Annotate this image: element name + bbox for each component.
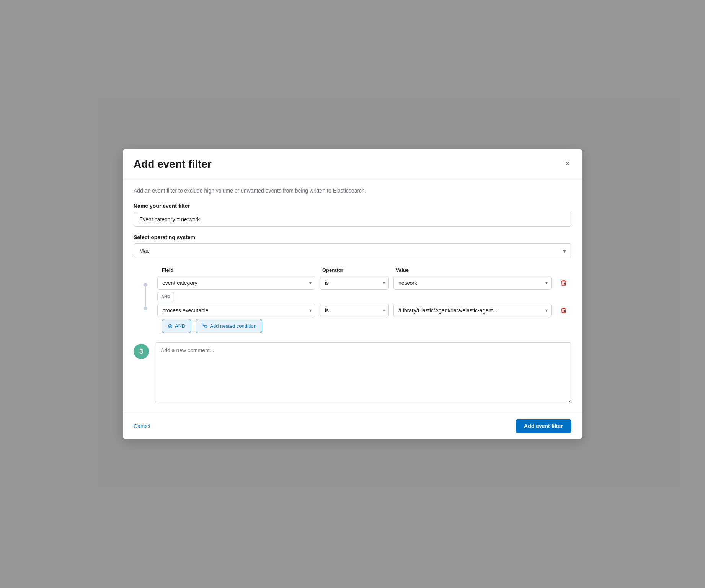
step-3-badge: 3: [134, 344, 149, 359]
conditions-section: Field Operator Value: [134, 267, 571, 333]
and-badge-mid: AND: [157, 292, 174, 301]
dot-bottom: [144, 307, 147, 310]
add-nested-label: Add nested condition: [210, 323, 256, 329]
os-select[interactable]: Mac Windows Linux: [134, 243, 571, 258]
col-header-value: Value: [396, 267, 552, 273]
name-field-group: Name your event filter: [134, 203, 571, 234]
value-select-1[interactable]: network: [393, 276, 552, 290]
nested-icon: [201, 322, 207, 330]
trash-icon-1: [560, 279, 567, 286]
comment-textarea[interactable]: [155, 342, 571, 403]
delete-row-1-button[interactable]: [556, 277, 571, 289]
value-select-wrap-1: network ▾: [393, 276, 552, 290]
modal-overlay: Add event filter × Add an event filter t…: [0, 0, 705, 588]
name-label: Name your event filter: [134, 203, 571, 209]
operator-select-1[interactable]: is: [320, 276, 389, 290]
conditions-rows-area: event.category ▾ is ▾: [134, 276, 571, 317]
field-select-2[interactable]: process.executable: [157, 304, 315, 317]
col-header-field: Field: [162, 267, 318, 273]
value-select-2[interactable]: /Library/Elastic/Agent/data/elastic-agen…: [393, 304, 552, 317]
comment-section: 3: [134, 342, 571, 403]
submit-button[interactable]: Add event filter: [516, 419, 571, 433]
os-label: Select operating system: [134, 234, 571, 240]
operator-select-2[interactable]: is: [320, 304, 389, 317]
field-select-1[interactable]: event.category: [157, 276, 315, 290]
trash-icon-2: [560, 307, 567, 314]
operator-select-wrap-2: is ▾: [320, 304, 389, 317]
conditions-col-headers: Field Operator Value: [134, 267, 571, 273]
operator-select-wrap-1: is ▾: [320, 276, 389, 290]
modal-body: Add an event filter to exclude high volu…: [123, 178, 582, 413]
vert-line: [145, 287, 146, 307]
add-and-label: AND: [175, 323, 185, 329]
modal: Add event filter × Add an event filter t…: [123, 149, 582, 439]
os-field-group: Select operating system Mac Windows Linu…: [134, 234, 571, 258]
dot-top: [144, 283, 147, 287]
modal-title: Add event filter: [134, 158, 212, 170]
nested-condition-icon: [201, 322, 207, 328]
connector-column: [134, 276, 157, 317]
plus-icon: ⊕: [168, 323, 173, 329]
action-buttons: ⊕ AND Add nested condition: [134, 319, 571, 333]
modal-header: Add event filter ×: [123, 149, 582, 178]
add-nested-condition-button[interactable]: Add nested condition: [196, 319, 262, 333]
modal-description: Add an event filter to exclude high volu…: [134, 188, 571, 194]
cancel-button[interactable]: Cancel: [134, 420, 150, 432]
field-select-wrap-1: event.category ▾: [157, 276, 315, 290]
modal-footer: Cancel Add event filter: [123, 413, 582, 439]
condition-row-1: event.category ▾ is ▾: [157, 276, 571, 290]
svg-rect-1: [205, 326, 207, 327]
delete-row-2-button[interactable]: [556, 305, 571, 316]
close-button[interactable]: ×: [564, 158, 571, 169]
and-mid-container: AND: [157, 292, 571, 301]
name-input[interactable]: [134, 212, 571, 227]
rows-container: event.category ▾ is ▾: [157, 276, 571, 317]
condition-row-2: process.executable ▾ is ▾: [157, 304, 571, 317]
add-and-button[interactable]: ⊕ AND: [162, 319, 191, 333]
field-select-wrap-2: process.executable ▾: [157, 304, 315, 317]
col-header-operator: Operator: [322, 267, 391, 273]
os-select-wrapper: Mac Windows Linux ▾: [134, 243, 571, 258]
value-select-wrap-2: /Library/Elastic/Agent/data/elastic-agen…: [393, 304, 552, 317]
